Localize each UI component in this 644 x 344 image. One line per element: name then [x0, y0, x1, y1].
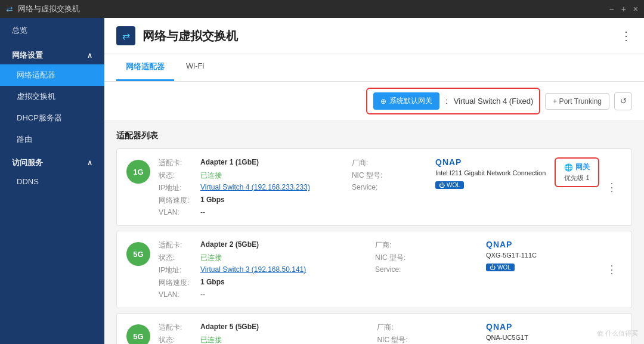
tab-network-adapters[interactable]: 网络适配器: [116, 54, 174, 81]
maximize-button[interactable]: +: [621, 4, 626, 14]
vendor-value-1: [388, 157, 429, 169]
sidebar-section-access: 访问服务 ∧: [0, 150, 104, 172]
sidebar-item-ddns[interactable]: DDNS: [0, 172, 104, 191]
window-controls: − + ×: [609, 4, 638, 14]
nic-label-1: NIC 型号:: [352, 170, 388, 181]
tabs-bar: 网络适配器 Wi-Fi: [104, 54, 644, 82]
app-icon-large: ⇄: [116, 26, 135, 45]
nic-label-5: NIC 型号:: [377, 334, 413, 344]
main-layout: 总览 网络设置 ∧ 网络适配器 虚拟交换机 DHCP服务器 路由 访问服务 ∧ …: [0, 18, 644, 344]
status-label-2: 状态:: [159, 252, 200, 264]
gateway-badge-1: 🌐 网关 优先级 1: [555, 157, 599, 187]
ip-label-1: IP地址:: [159, 182, 200, 194]
app-icon-small: ⇄: [6, 4, 13, 14]
nic-value-1: [388, 170, 429, 181]
status-label-1: 状态:: [159, 170, 200, 181]
sidebar-section-network: 网络设置 ∧: [0, 43, 104, 64]
sidebar-item-dhcp-server[interactable]: DHCP服务器: [0, 107, 104, 129]
adapter-name-2: Adapter 2 (5GbE): [200, 240, 375, 251]
nic-name-2: QXG-5G1T-111C: [486, 252, 599, 259]
close-button[interactable]: ×: [633, 4, 638, 14]
adapter-card-2: 5G 适配卡: Adapter 2 (5GbE) 厂商: 状态: 已连接 NIC…: [116, 231, 632, 308]
nic-name-5: QNA-UC5G1T: [486, 334, 599, 341]
speed-value-2: 1 Gbps: [200, 277, 375, 289]
vendor-logo-5: QNAP: [486, 322, 599, 331]
refresh-icon: ↺: [620, 97, 627, 106]
gateway-wrapper: ⊕ 系统默认网关 : Virtual Switch 4 (Fixed): [366, 88, 540, 114]
vlan-label-1: VLAN:: [159, 207, 200, 217]
vendor-col-2: QNAP QXG-5G1T-111C ⏻ WOL: [480, 240, 599, 271]
adapter-name-5: Adapter 5 (5GbE): [200, 322, 377, 333]
sidebar-item-router[interactable]: 路由: [0, 129, 104, 150]
service-label-1: Service:: [352, 182, 388, 194]
status-value-2: 已连接: [200, 252, 375, 264]
vendor-col-5: QNAP QNA-UC5G1T: [480, 322, 599, 344]
main-scroll[interactable]: 适配器列表 1G 适配卡: Adapter 1 (1GbE) 厂商: 状态: 已…: [104, 121, 644, 344]
gateway-value: Virtual Switch 4 (Fixed): [454, 97, 533, 106]
ip-label-2: IP地址:: [159, 265, 200, 276]
tab-wifi[interactable]: Wi-Fi: [177, 54, 213, 81]
ip-value-2[interactable]: Virtual Switch 3 (192.168.50.141): [200, 265, 375, 276]
speed-label-2: 网络速度:: [159, 277, 200, 289]
speed-value-1: 1 Gbps: [200, 195, 352, 206]
service-label-2: Service:: [375, 265, 411, 276]
vendor-label-5: 厂商:: [377, 322, 413, 333]
app-title: 网络与虚拟交换机: [143, 28, 238, 44]
sidebar-item-overview[interactable]: 总览: [0, 18, 104, 43]
adapter-card-1: 1G 适配卡: Adapter 1 (1GbE) 厂商: 状态: 已连接 NIC…: [116, 148, 632, 226]
status-value-5: 已连接: [200, 334, 377, 344]
vendor-logo-1: QNAP: [435, 157, 549, 167]
app-header: ⇄ 网络与虚拟交换机 ⋮: [104, 18, 644, 54]
status-value-1: 已连接: [200, 170, 352, 181]
network-settings-chevron: ∧: [87, 51, 92, 60]
gateway-badge-label-1: 🌐 网关: [564, 162, 590, 172]
title-bar: ⇄ 网络与虚拟交换机 − + ×: [0, 0, 644, 18]
toolbar: ⊕ 系统默认网关 : Virtual Switch 4 (Fixed) + Po…: [104, 82, 644, 121]
adapter-label-5: 适配卡:: [159, 322, 200, 333]
gateway-badge-sub-1: 优先级 1: [564, 173, 590, 182]
title-bar-text: 网络与虚拟交换机: [18, 4, 80, 14]
refresh-button[interactable]: ↺: [614, 92, 632, 110]
content-area: ⇄ 网络与虚拟交换机 ⋮ 网络适配器 Wi-Fi ⊕ 系统默认网关 : Virt…: [104, 18, 644, 344]
vlan-value-2: --: [200, 290, 375, 299]
header-menu-icon[interactable]: ⋮: [620, 29, 632, 43]
port-trunking-button[interactable]: + Port Trunking: [545, 93, 609, 110]
service-value-1: [388, 182, 429, 194]
wol-icon-2: ⏻: [490, 264, 496, 271]
minimize-button[interactable]: −: [609, 4, 614, 14]
ip-value-1[interactable]: Virtual Switch 4 (192.168.233.233): [200, 182, 352, 194]
status-label-5: 状态:: [159, 334, 200, 344]
nic-name-1: Intel I211 Gigabit Network Connection: [435, 169, 549, 176]
more-button-1[interactable]: ⋮: [602, 178, 622, 196]
sidebar-item-network-adapters[interactable]: 网络适配器: [0, 64, 104, 86]
gateway-button[interactable]: ⊕ 系统默认网关: [373, 92, 439, 110]
wol-badge-1: ⏻ WOL: [435, 181, 464, 189]
sidebar: 总览 网络设置 ∧ 网络适配器 虚拟交换机 DHCP服务器 路由 访问服务 ∧ …: [0, 18, 104, 344]
access-services-chevron: ∧: [87, 159, 92, 167]
adapter-name-1: Adapter 1 (1GbE): [200, 157, 352, 169]
wol-badge-2: ⏻ WOL: [486, 264, 515, 271]
gateway-badge-icon: 🌐: [564, 163, 573, 172]
adapter-label-2: 适配卡:: [159, 240, 200, 251]
adapter-label-1: 适配卡:: [159, 157, 200, 169]
toolbar-right: + Port Trunking ↺: [545, 92, 632, 110]
wol-icon-1: ⏻: [439, 182, 445, 188]
adapter-icon-2: 5G: [126, 242, 150, 266]
speed-label-1: 网络速度:: [159, 195, 200, 206]
nic-label-2: NIC 型号:: [375, 252, 411, 264]
gateway-btn-icon: ⊕: [380, 97, 386, 106]
adapter-card-5: 5G 适配卡: Adapter 5 (5GbE) 厂商: 状态: 已连接 NIC…: [116, 313, 632, 344]
vlan-value-1: --: [200, 207, 352, 217]
vendor-logo-2: QNAP: [486, 240, 599, 249]
gateway-separator: :: [445, 97, 448, 106]
vendor-col-1: QNAP Intel I211 Gigabit Network Connecti…: [429, 157, 549, 189]
more-button-2[interactable]: ⋮: [602, 261, 622, 278]
vendor-label-1: 厂商:: [352, 157, 388, 169]
sidebar-item-virtual-switch[interactable]: 虚拟交换机: [0, 86, 104, 107]
vendor-label-2: 厂商:: [375, 240, 411, 251]
vlan-label-2: VLAN:: [159, 290, 200, 299]
section-title: 适配器列表: [116, 131, 632, 141]
adapter-icon-1: 1G: [126, 160, 150, 184]
adapter-icon-5: 5G: [126, 324, 150, 344]
